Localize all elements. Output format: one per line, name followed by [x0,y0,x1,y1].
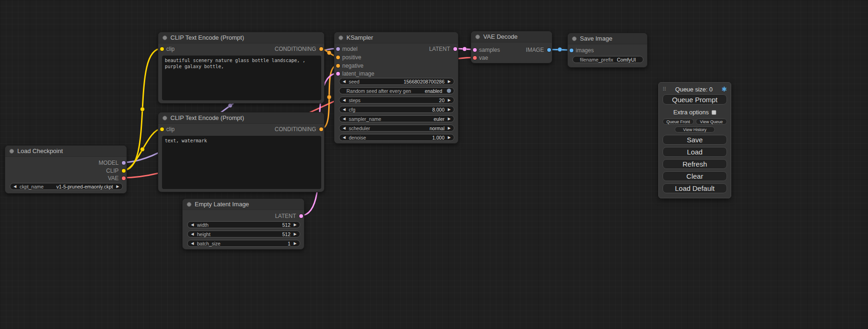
input-slot-negative[interactable] [336,64,340,68]
node-clip-text-encode-positive[interactable]: CLIP Text Encode (Prompt) clip CONDITION… [158,32,325,104]
input-slot-positive[interactable] [336,56,340,59]
node-ksampler[interactable]: KSampler model positive negative latent_… [334,32,459,144]
increment-arrow-icon[interactable]: ▶ [293,242,297,245]
decrement-arrow-icon[interactable]: ◀ [190,242,195,245]
view-queue-button[interactable]: View Queue [696,119,727,125]
decrement-arrow-icon[interactable]: ◀ [190,232,195,236]
input-slot-vae[interactable] [473,56,477,60]
decrement-arrow-icon[interactable]: ◀ [342,108,346,112]
increment-arrow-icon[interactable]: ▶ [447,117,452,121]
increment-arrow-icon[interactable]: ▶ [447,108,452,112]
settings-gear-icon[interactable]: ✱ [721,86,727,92]
output-slot-conditioning[interactable] [319,127,323,131]
decrement-arrow-icon[interactable]: ◀ [342,136,346,140]
node-graph-canvas[interactable]: Load Checkpoint MODEL CLIP VAE ◀ ckpt_na… [0,0,868,329]
slot-label-clip: CLIP [106,168,119,174]
load-default-button[interactable]: Load Default [663,183,727,193]
node-header[interactable]: CLIP Text Encode (Prompt) [158,112,324,124]
widget-value: enabled [425,88,442,94]
widget-name: steps [349,98,360,103]
prompt-textarea[interactable]: beautiful scenery nature glass bottle la… [162,56,321,100]
node-header[interactable]: Load Checkpoint [5,146,127,157]
collapse-dot-icon[interactable] [162,35,167,40]
widget-name: scheduler [349,126,370,131]
input-slot-model[interactable] [336,47,340,51]
collapse-dot-icon[interactable] [572,36,577,41]
node-load-checkpoint[interactable]: Load Checkpoint MODEL CLIP VAE ◀ ckpt_na… [5,145,127,194]
widget-name: filename_prefix [580,57,613,63]
widget-height[interactable]: ◀ height 512 ▶ [187,231,300,238]
slot-label-vae: vae [479,55,488,61]
widget-ckpt-name[interactable]: ◀ ckpt_name v1-5-pruned-emaonly.ckpt ▶ [10,183,123,190]
decrement-arrow-icon[interactable]: ◀ [342,80,346,84]
output-slot-latent[interactable] [453,47,457,51]
widget-seed[interactable]: ◀ seed 156680208700286 ▶ [339,78,454,85]
collapse-dot-icon[interactable] [9,149,14,154]
wire-clip-to-negative-prompt[interactable] [123,129,162,170]
toggle-knob-icon[interactable] [447,89,451,93]
widget-width[interactable]: ◀ width 512 ▶ [187,221,300,228]
refresh-button[interactable]: Refresh [663,159,727,169]
output-slot-conditioning[interactable] [319,47,323,51]
node-title: Empty Latent Image [195,201,249,208]
increment-arrow-icon[interactable]: ▶ [115,185,120,189]
node-header[interactable]: Empty Latent Image [183,199,304,210]
queue-menu-panel[interactable]: ⠿ Queue size: 0 ✱ Queue Prompt Extra opt… [658,82,731,198]
increment-arrow-icon[interactable]: ▶ [293,223,297,227]
queue-front-button[interactable]: Queue Front [663,119,694,125]
node-header[interactable]: Save Image [568,33,647,44]
load-button[interactable]: Load [663,147,727,157]
input-slot-clip[interactable] [160,127,164,131]
wire-clip-to-positive-prompt[interactable] [123,49,162,170]
increment-arrow-icon[interactable]: ▶ [447,80,452,84]
decrement-arrow-icon[interactable]: ◀ [342,126,346,130]
increment-arrow-icon[interactable]: ▶ [293,232,297,236]
node-title: Load Checkpoint [17,147,63,154]
prompt-textarea[interactable]: text, watermark [162,136,321,189]
node-header[interactable]: CLIP Text Encode (Prompt) [158,32,324,43]
drag-handle-icon[interactable]: ⠿ [663,87,666,92]
output-slot-clip[interactable] [122,169,126,173]
view-history-button[interactable]: View History [675,126,715,133]
collapse-dot-icon[interactable] [339,35,343,40]
node-save-image[interactable]: Save Image images filename_prefix ComfyU… [567,33,648,68]
output-slot-model[interactable] [122,161,126,165]
widget-value: 8.000 [432,107,445,112]
increment-arrow-icon[interactable]: ▶ [447,136,452,140]
clear-button[interactable]: Clear [663,171,727,181]
widget-batch-size[interactable]: ◀ batch_size 1 ▶ [187,240,300,247]
node-title: CLIP Text Encode (Prompt) [170,114,244,121]
widget-steps[interactable]: ◀ steps 20 ▶ [339,97,454,104]
input-slot-clip[interactable] [160,47,164,51]
increment-arrow-icon[interactable]: ▶ [447,98,452,102]
save-button[interactable]: Save [663,135,727,145]
widget-denoise[interactable]: ◀ denoise 1.000 ▶ [339,134,454,141]
collapse-dot-icon[interactable] [187,202,191,207]
output-slot-latent[interactable] [299,214,303,218]
decrement-arrow-icon[interactable]: ◀ [13,185,17,189]
widget-sampler-name[interactable]: ◀ sampler_name euler ▶ [339,115,454,122]
output-slot-image[interactable] [547,48,551,52]
input-slot-samples[interactable] [473,48,477,52]
node-empty-latent-image[interactable]: Empty Latent Image LATENT ◀ width 512 ▶ … [182,198,304,250]
input-slot-latent-image[interactable] [336,72,340,76]
node-header[interactable]: VAE Decode [471,31,552,42]
decrement-arrow-icon[interactable]: ◀ [190,223,195,227]
slot-label-conditioning: CONDITIONING [275,46,316,52]
output-slot-vae[interactable] [122,176,126,180]
node-header[interactable]: KSampler [334,32,458,43]
widget-cfg[interactable]: ◀ cfg 8.000 ▶ [339,106,454,113]
collapse-dot-icon[interactable] [162,116,167,120]
input-slot-images[interactable] [570,49,573,52]
queue-prompt-button[interactable]: Queue Prompt [663,94,727,105]
node-vae-decode[interactable]: VAE Decode samples vae IMAGE [471,31,552,63]
widget-filename-prefix[interactable]: filename_prefix ComfyUI [572,56,643,63]
decrement-arrow-icon[interactable]: ◀ [342,98,346,102]
collapse-dot-icon[interactable] [475,35,480,39]
extra-options-checkbox[interactable] [712,110,716,115]
node-clip-text-encode-negative[interactable]: CLIP Text Encode (Prompt) clip CONDITION… [158,112,325,192]
increment-arrow-icon[interactable]: ▶ [447,126,452,130]
widget-random-seed-toggle[interactable]: Random seed after every gen enabled [339,87,454,94]
widget-scheduler[interactable]: ◀ scheduler normal ▶ [339,125,454,132]
decrement-arrow-icon[interactable]: ◀ [342,117,346,121]
